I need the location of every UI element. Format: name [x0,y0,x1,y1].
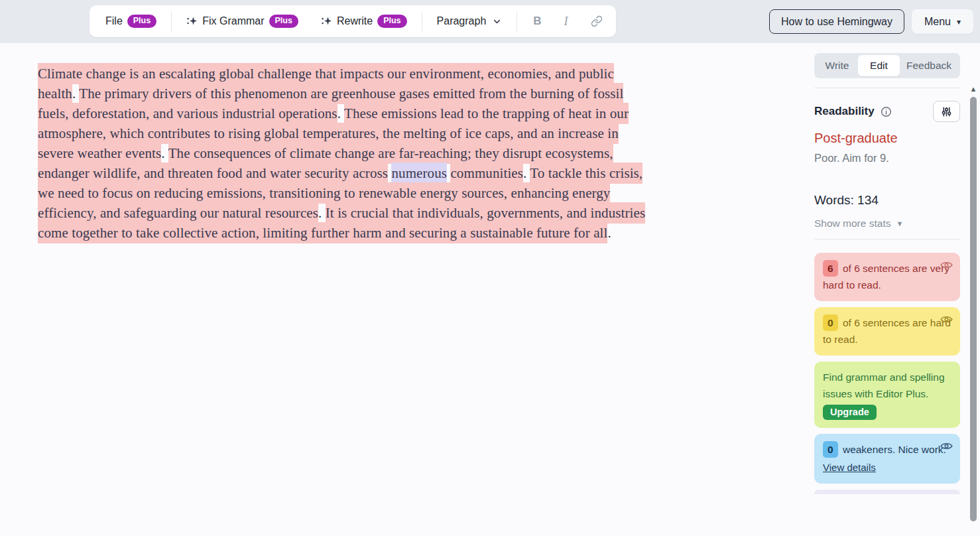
word-count: Words: 134 [814,193,960,208]
toolbar-divider [171,11,172,31]
show-more-stats-link[interactable]: Show more stats ▼ [814,218,960,230]
grammar-card-text: Find grammar and spelling issues with Ed… [823,371,945,399]
file-menu-button[interactable]: File Plus [103,11,159,32]
readability-title: Readability [814,105,875,118]
grammar-upsell-card[interactable]: Find grammar and spelling issues with Ed… [814,362,960,428]
eye-icon[interactable] [940,314,953,324]
tab-feedback[interactable]: Feedback [900,55,958,76]
weakeners-count-badge: 0 [823,441,838,458]
fix-grammar-label: Fix Grammar [202,15,264,27]
very-hard-card-text: of 6 sentences are very hard to read. [823,263,949,291]
next-card-partial[interactable] [814,490,960,494]
ai-sparkle-icon [321,16,332,27]
tab-write[interactable]: Write [816,55,858,76]
very-hard-sentences-card[interactable]: 6 of 6 sentences are very hard to read. [814,253,960,301]
upgrade-button[interactable]: Upgrade [823,405,877,420]
ai-sparkle-icon [186,16,198,27]
menu-label: Menu [924,16,951,28]
bold-button[interactable]: B [533,15,541,28]
show-more-stats-label: Show more stats [814,218,890,230]
plus-badge: Plus [269,15,298,28]
sidebar-divider [814,239,960,239]
hard-sentences-card[interactable]: 0 of 6 sentences are hard to read. [814,307,960,356]
plus-badge: Plus [127,15,156,28]
toolbar-divider [422,11,422,31]
view-details-link[interactable]: View details [823,459,876,476]
sidebar-divider [814,88,960,88]
info-icon[interactable] [881,106,892,117]
italic-button[interactable]: I [562,15,571,29]
sentence-terminator: . [337,105,344,121]
hemingway-editor-app: File Plus Fix Grammar Plus Rewrite Plus [0,0,980,536]
rewrite-button[interactable]: Rewrite Plus [318,11,410,32]
readability-grade: Post-graduate [814,131,960,146]
very-hard-count-badge: 6 [823,260,838,277]
format-toolbar: File Plus Fix Grammar Plus Rewrite Plus [90,5,616,37]
top-header: File Plus Fix Grammar Plus Rewrite Plus [0,0,980,43]
caret-down-icon: ▼ [896,220,903,228]
sentence-terminator: . [523,165,530,181]
paragraph-style-dropdown[interactable]: Paragraph [434,11,505,31]
link-button[interactable] [591,15,603,27]
inline-format-group: B I [533,15,602,29]
sidebar-tab-bar: Write Edit Feedback [814,53,960,78]
scrollbar-thumb[interactable] [970,97,977,521]
sentence-highlight: communities [450,163,523,184]
sentence-terminator: . [318,205,326,221]
fix-grammar-button[interactable]: Fix Grammar Plus [184,11,301,32]
triangle-down-icon: ▾ [957,17,961,27]
eye-icon[interactable] [940,260,953,270]
sentence-terminator: . [607,225,611,241]
sentence-terminator: . [72,86,79,101]
readability-settings-button[interactable] [933,101,960,122]
editor-paragraph[interactable]: Climate change is an escalating global c… [38,64,653,243]
toolbar-divider [517,11,517,31]
how-to-use-button[interactable]: How to use Hemingway [769,9,904,34]
sidebar-scrollbar[interactable]: ▲ [969,85,978,536]
right-sidebar: Write Edit Feedback Readability Post-gra… [804,43,980,536]
editor-area[interactable]: Climate change is an escalating global c… [38,64,653,243]
plus-badge: Plus [377,15,406,28]
weakeners-card-text: weakeners. Nice work. [843,444,946,455]
scroll-up-arrow-icon[interactable]: ▲ [969,85,978,93]
chevron-down-icon [492,17,502,27]
weakeners-card[interactable]: 0 weakeners. Nice work. View details [814,434,960,484]
paragraph-style-label: Paragraph [437,15,487,27]
hard-count-badge: 0 [823,314,838,331]
eye-icon[interactable] [940,441,953,451]
hard-card-text: of 6 sentences are hard to read. [823,317,951,345]
file-menu-label: File [105,15,123,27]
sentence-terminator: . [161,145,168,161]
tab-edit[interactable]: Edit [858,55,900,76]
phrase-highlight: numerous [391,163,447,184]
menu-button[interactable]: Menu ▾ [912,9,973,34]
rewrite-label: Rewrite [337,15,373,27]
readability-header: Readability [814,101,960,122]
issue-cards: 6 of 6 sentences are very hard to read. … [814,253,960,493]
readability-note: Poor. Aim for 9. [814,152,960,165]
